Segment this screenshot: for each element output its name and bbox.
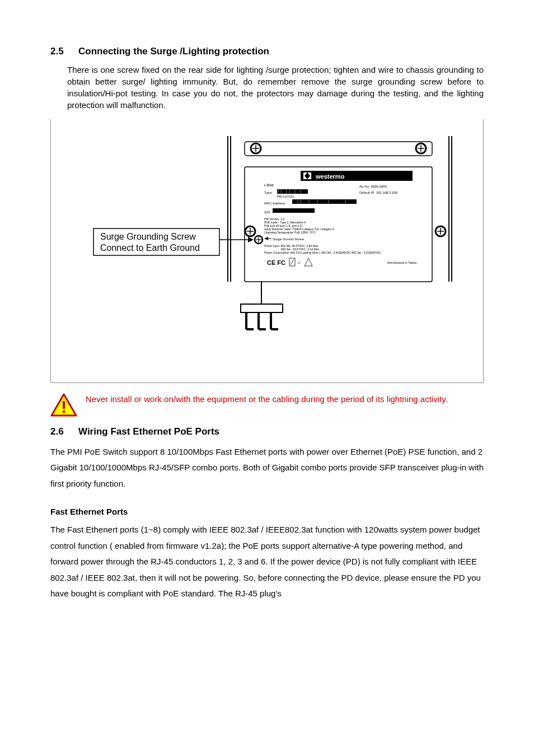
surge-diagram-container: westermo i-line Art No: 3626-0200 Type: … <box>50 119 484 383</box>
svg-text:Operating Temperature: PoE 135: Operating Temperature: PoE 135W -70°C <box>264 231 316 234</box>
svg-text:S/N:: S/N: <box>264 211 271 214</box>
section-2-6-title: Wiring Fast Ethernet PoE Ports <box>78 425 219 438</box>
section-2-6-number: 2.6 <box>50 425 78 438</box>
surge-diagram: westermo i-line Art No: 3626-0200 Type: … <box>77 136 457 338</box>
svg-text:Type:: Type: <box>264 191 273 194</box>
svg-text:Power Consumption with Full Lo: Power Consumption with Full Loading (Max… <box>264 251 381 254</box>
svg-rect-79 <box>63 410 65 413</box>
section-2-5-body: There is one screw fixed on the rear sid… <box>50 64 484 111</box>
svg-rect-4 <box>245 142 432 156</box>
svg-text:Default IP: 192.168.2.200: Default IP: 192.168.2.200 <box>359 191 398 194</box>
svg-marker-53 <box>305 258 312 266</box>
section-2-5-heading: 2.5 Connecting the Surge /Lighting prote… <box>50 45 484 58</box>
fast-ethernet-body: The Fast Ethenert ports (1~8) comply wit… <box>50 522 484 602</box>
svg-text:Manufactured in Taiwan: Manufactured in Taiwan <box>387 261 417 264</box>
svg-rect-29 <box>292 199 357 204</box>
svg-text:✓: ✓ <box>298 261 301 265</box>
warning-icon <box>50 393 77 417</box>
svg-rect-37 <box>273 208 315 213</box>
section-2-6-heading: 2.6 Wiring Fast Ethernet PoE Ports <box>50 425 484 438</box>
svg-text:CE FC: CE FC <box>267 259 285 266</box>
svg-text:PMI-110-F2G: PMI-110-F2G <box>277 195 294 198</box>
fast-ethernet-heading: Fast Ethernet Ports <box>50 506 484 517</box>
svg-text:MAC Address:: MAC Address: <box>264 202 286 205</box>
svg-marker-43 <box>264 237 268 240</box>
svg-text:Surge Ground Screw: Surge Ground Screw <box>273 237 305 241</box>
section-2-5-number: 2.5 <box>50 45 78 58</box>
section-2-6-body: The PMI PoE Switch support 8 10/100Mbps … <box>50 444 484 492</box>
section-2-5-title: Connecting the Surge /Lighting protectio… <box>78 45 269 58</box>
svg-rect-19 <box>277 189 308 194</box>
svg-line-51 <box>291 259 294 265</box>
svg-text:westermo: westermo <box>315 173 345 180</box>
svg-text:Surge Grounding Screw: Surge Grounding Screw <box>100 232 196 241</box>
svg-rect-70 <box>241 304 283 312</box>
svg-text:Art No: 3626-0200: Art No: 3626-0200 <box>359 185 387 188</box>
svg-text:Connect to Earth Ground: Connect to Earth Ground <box>100 243 200 253</box>
warning-block: Never install or work on/with the equipm… <box>50 391 484 417</box>
svg-marker-68 <box>248 237 254 242</box>
svg-rect-78 <box>63 401 65 409</box>
svg-text:i-line: i-line <box>264 183 274 188</box>
warning-text: Never install or work on/with the equipm… <box>86 391 448 408</box>
